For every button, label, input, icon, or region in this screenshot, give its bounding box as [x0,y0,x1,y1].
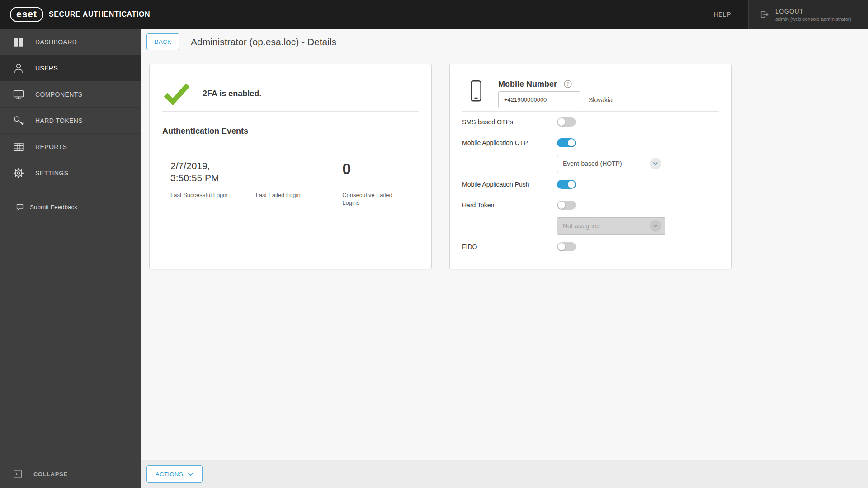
stat-last-failed-login: Last Failed Login [256,160,343,206]
collapse-label: COLLAPSE [33,471,68,478]
sidebar-item-label: REPORTS [35,143,67,150]
collapse-button[interactable]: COLLAPSE [13,469,68,479]
stat-last-successful-login: 2/7/2019, 3:50:55 PM Last Successful Log… [170,160,256,206]
hard-token-select-value: Not assigned [557,222,646,230]
hard-token-label: Hard Token [462,202,557,209]
logout-subtitle: admin (web console administrator) [775,16,851,22]
key-icon [13,115,24,127]
logout-button[interactable]: LOGOUT admin (web console administrator) [748,0,868,29]
sidebar-item-settings[interactable]: SETTINGS [0,160,141,186]
auth-events-stats: 2/7/2019, 3:50:55 PM Last Successful Log… [162,160,419,206]
svg-text:?: ? [566,81,569,87]
otp-type-row: Event-based (HOTP) [462,153,719,174]
users-icon [13,62,24,74]
page-title: Administrator (op.esa.loc) - Details [191,37,336,47]
2fa-status-card: 2FA is enabled. Authentication Events 2/… [149,64,432,269]
sidebar-item-components[interactable]: COMPONENTS [0,81,141,108]
divider [162,111,419,112]
logout-icon [760,9,769,19]
eset-logo: eset [10,7,43,22]
chevron-down-icon [188,472,193,476]
sidebar-item-dashboard[interactable]: DASHBOARD [0,29,141,55]
stat-value: 0 [342,160,403,185]
stat-label: Last Failed Login [256,191,324,199]
footer-bar: ACTIONS [141,460,868,488]
logout-label: LOGOUT [775,8,851,15]
mobile-number-head: Mobile Number ? Slovakia [498,80,613,111]
hard-token-toggle[interactable] [557,201,576,210]
stat-label: Consecutive Failed Logins [342,191,403,206]
sidebar-item-label: HARD TOKENS [35,117,83,124]
actions-label: ACTIONS [156,471,183,478]
mobile-number-input[interactable] [498,91,580,108]
hard-token-row: Hard Token [462,195,719,216]
fido-label: FIDO [462,243,557,250]
sidebar-item-label: COMPONENTS [35,91,82,98]
authenticator-options: SMS-based OTPs Mobile Application OTP Ev… [462,112,719,257]
fido-row: FIDO [462,236,719,257]
back-button[interactable]: BACK [146,33,179,50]
chevron-down-icon [646,220,665,232]
gear-icon [13,167,24,179]
sidebar-item-reports[interactable]: REPORTS [0,134,141,160]
main-content: BACK Administrator (op.esa.loc) - Detail… [141,29,868,488]
mobile-app-otp-toggle[interactable] [557,138,576,147]
actions-button[interactable]: ACTIONS [146,465,203,483]
green-check-icon [164,83,190,105]
fido-toggle[interactable] [557,242,576,251]
mobile-app-push-toggle[interactable] [557,180,576,189]
sms-otp-toggle[interactable] [557,117,576,127]
2fa-enabled-row: 2FA is enabled. [164,83,419,104]
sidebar-item-label: USERS [35,65,58,72]
hard-token-select-row: Not assigned [462,216,719,236]
feedback-label: Submit Feedback [30,204,77,211]
otp-type-dropdown[interactable]: Event-based (HOTP) [557,155,665,172]
mobile-number-card: Mobile Number ? Slovakia SMS-based OTPs [449,64,732,269]
collapse-icon [13,469,23,479]
hard-token-dropdown[interactable]: Not assigned [557,217,665,235]
mobile-number-section: Mobile Number ? Slovakia [468,80,719,111]
components-icon [13,89,24,100]
otp-type-value: Event-based (HOTP) [557,160,646,167]
sidebar: DASHBOARD USERS COMPONENTS HARD TOKENS [0,29,141,488]
dashboard-icon [13,36,24,48]
sidebar-item-users[interactable]: USERS [0,55,141,81]
app-title: SECURE AUTHENTICATION [49,10,150,19]
country-label: Slovakia [589,96,613,103]
mobile-app-push-row: Mobile Application Push [462,174,719,195]
help-button[interactable]: HELP [696,0,748,29]
reports-icon [13,141,24,153]
sidebar-item-label: DASHBOARD [35,38,77,46]
mobile-app-push-label: Mobile Application Push [462,181,557,188]
logout-text: LOGOUT admin (web console administrator) [775,8,851,22]
sidebar-item-label: SETTINGS [35,169,68,177]
stat-value [256,160,317,185]
mobile-number-title: Mobile Number [498,80,557,89]
top-bar: eset SECURE AUTHENTICATION HELP LOGOUT a… [0,0,868,29]
mobile-app-otp-label: Mobile Application OTP [462,139,557,146]
stat-consecutive-failed-logins: 0 Consecutive Failed Logins [342,160,419,206]
sidebar-item-hard-tokens[interactable]: HARD TOKENS [0,108,141,134]
help-circle-icon[interactable]: ? [563,80,572,89]
feedback-bubble-icon [16,203,24,211]
sms-otp-label: SMS-based OTPs [462,118,557,126]
submit-feedback-button[interactable]: Submit Feedback [9,201,132,213]
stat-value: 2/7/2019, 3:50:55 PM [170,160,231,185]
2fa-enabled-text: 2FA is enabled. [203,89,261,99]
sms-otp-row: SMS-based OTPs [462,112,719,132]
mobile-app-otp-row: Mobile Application OTP [462,132,719,153]
stat-label: Last Successful Login [170,191,238,199]
phone-icon [468,80,484,103]
chevron-down-icon [646,158,665,169]
auth-events-title: Authentication Events [162,127,419,136]
